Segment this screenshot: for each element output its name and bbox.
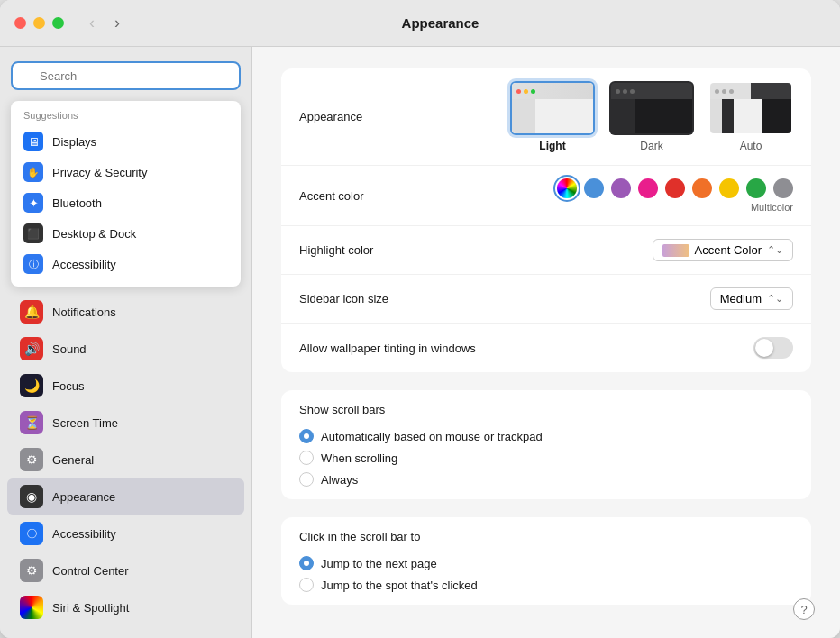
color-pink[interactable] <box>638 178 658 198</box>
click-next-page-option[interactable]: Jump to the next page <box>299 556 793 570</box>
wallpaper-tinting-row: Allow wallpaper tinting in windows <box>281 324 811 372</box>
sidebar-item-siri[interactable]: Siri & Spotlight <box>7 589 244 625</box>
content-area: 🔍 Suggestions 🖥 Displays ✋ Privacy & Sec… <box>0 47 840 638</box>
sidebar-item-sound[interactable]: 🔊 Sound <box>7 331 244 367</box>
appearance-row: Appearance <box>281 68 811 166</box>
sidebar-icon-size-control: Medium ⌃⌄ <box>498 287 793 310</box>
click-next-page-radio[interactable] <box>299 556 314 570</box>
minimize-button[interactable] <box>33 17 45 29</box>
sidebar-item-label: Screen Time <box>52 416 118 430</box>
color-dots <box>557 178 793 198</box>
suggestion-privacy[interactable]: ✋ Privacy & Security <box>11 157 241 187</box>
color-yellow[interactable] <box>719 178 739 198</box>
sidebar-item-general[interactable]: ⚙ General <box>7 442 244 478</box>
size-selector[interactable]: Medium ⌃⌄ <box>710 287 793 310</box>
scroll-auto-radio[interactable] <box>299 429 314 443</box>
sidebar-item-label: Sound <box>52 342 87 356</box>
color-blue[interactable] <box>584 178 604 198</box>
desktop-icon: ⬛ <box>23 223 43 243</box>
scroll-auto-option[interactable]: Automatically based on mouse or trackpad <box>299 429 793 443</box>
sidebar-item-label: General <box>52 453 94 467</box>
sidebar-item-screentime[interactable]: ⏳ Screen Time <box>7 405 244 441</box>
appearance-light[interactable]: Light <box>510 81 595 152</box>
controlcenter-icon: ⚙ <box>20 559 43 582</box>
click-spot-option[interactable]: Jump to the spot that's clicked <box>299 578 793 592</box>
color-multicolor[interactable] <box>557 178 577 198</box>
sidebar-item-notifications[interactable]: 🔔 Notifications <box>7 294 244 330</box>
sidebar-item-accessibility[interactable]: ⓘ Accessibility <box>7 515 244 551</box>
privacy-icon: ✋ <box>23 162 43 182</box>
sidebar-icon-size-row: Sidebar icon size Medium ⌃⌄ <box>281 275 811 324</box>
sound-icon: 🔊 <box>20 337 43 360</box>
back-button[interactable]: ‹ <box>82 14 102 33</box>
dark-label: Dark <box>640 140 662 152</box>
sidebar: 🔍 Suggestions 🖥 Displays ✋ Privacy & Sec… <box>0 47 252 638</box>
click-spot-label: Jump to the spot that's clicked <box>321 579 478 592</box>
search-input[interactable] <box>11 61 241 90</box>
chevron-up-down-icon: ⌃⌄ <box>767 244 783 256</box>
maximize-button[interactable] <box>52 17 64 29</box>
window-title: Appearance <box>134 15 746 31</box>
titlebar: ‹ › Appearance <box>0 0 840 47</box>
appearance-auto[interactable]: Auto <box>708 81 793 152</box>
suggestion-label: Privacy & Security <box>52 166 147 179</box>
bluetooth-icon: ✦ <box>23 193 43 213</box>
forward-button[interactable]: › <box>107 14 127 33</box>
suggestion-accessibility[interactable]: ⓘ Accessibility <box>11 249 241 279</box>
titlebar-nav: ‹ › <box>82 14 127 33</box>
suggestion-label: Displays <box>52 135 96 149</box>
appearance-section: Appearance <box>281 68 811 372</box>
scroll-bars-label: Show scroll bars <box>299 403 793 416</box>
wallpaper-tinting-toggle[interactable] <box>753 337 793 359</box>
scroll-bars-section: Show scroll bars Automatically based on … <box>281 390 811 499</box>
scroll-always-option[interactable]: Always <box>299 472 793 487</box>
main-content: Appearance <box>252 47 840 638</box>
sidebar-item-appearance[interactable]: ◉ Appearance <box>7 478 244 515</box>
highlight-color-label: Highlight color <box>299 243 498 257</box>
sidebar-item-label: Appearance <box>52 490 115 504</box>
help-button[interactable]: ? <box>793 598 815 620</box>
accent-colors: Multicolor <box>557 178 793 213</box>
highlight-selector[interactable]: Accent Color ⌃⌄ <box>653 239 793 261</box>
color-purple[interactable] <box>611 178 631 198</box>
scroll-when-scrolling-option[interactable]: When scrolling <box>299 451 793 465</box>
auto-thumb <box>708 81 793 135</box>
siri-icon <box>20 596 43 619</box>
suggestions-label: Suggestions <box>11 108 241 126</box>
light-label: Light <box>539 140 565 152</box>
sidebar-item-label: Siri & Spotlight <box>52 601 129 615</box>
accent-color-control: Multicolor <box>498 178 793 213</box>
size-value: Medium <box>720 292 762 305</box>
highlight-value: Accent Color <box>695 243 762 257</box>
sidebar-item-focus[interactable]: 🌙 Focus <box>7 368 244 404</box>
color-red[interactable] <box>665 178 685 198</box>
color-green[interactable] <box>746 178 766 198</box>
scroll-always-radio[interactable] <box>299 472 314 487</box>
close-button[interactable] <box>14 17 26 29</box>
sidebar-item-label: Notifications <box>52 305 116 319</box>
click-spot-radio[interactable] <box>299 578 314 592</box>
sidebar-item-label: Accessibility <box>52 527 116 541</box>
suggestion-bluetooth[interactable]: ✦ Bluetooth <box>11 187 241 218</box>
auto-label: Auto <box>740 140 762 152</box>
suggestion-label: Desktop & Dock <box>52 227 136 241</box>
appearance-dark[interactable]: Dark <box>609 81 694 152</box>
highlight-preview <box>662 244 689 257</box>
displays-icon: 🖥 <box>23 132 43 151</box>
color-orange[interactable] <box>692 178 712 198</box>
sidebar-item-controlcenter[interactable]: ⚙ Control Center <box>7 552 244 588</box>
dark-thumb <box>609 81 694 135</box>
general-icon: ⚙ <box>20 448 43 471</box>
suggestion-label: Accessibility <box>52 258 116 271</box>
sidebar-items: 🔔 Notifications 🔊 Sound 🌙 Focus ⏳ Screen… <box>0 294 251 625</box>
search-container: 🔍 <box>0 54 251 101</box>
scroll-auto-label: Automatically based on mouse or trackpad <box>321 430 543 443</box>
wallpaper-tinting-control <box>498 337 793 359</box>
appearance-label: Appearance <box>299 110 498 123</box>
color-graphite[interactable] <box>773 178 793 198</box>
light-thumb <box>510 81 595 135</box>
suggestion-displays[interactable]: 🖥 Displays <box>11 126 241 157</box>
scroll-when-scrolling-radio[interactable] <box>299 451 314 465</box>
click-next-page-label: Jump to the next page <box>321 557 437 570</box>
suggestion-desktop[interactable]: ⬛ Desktop & Dock <box>11 218 241 249</box>
